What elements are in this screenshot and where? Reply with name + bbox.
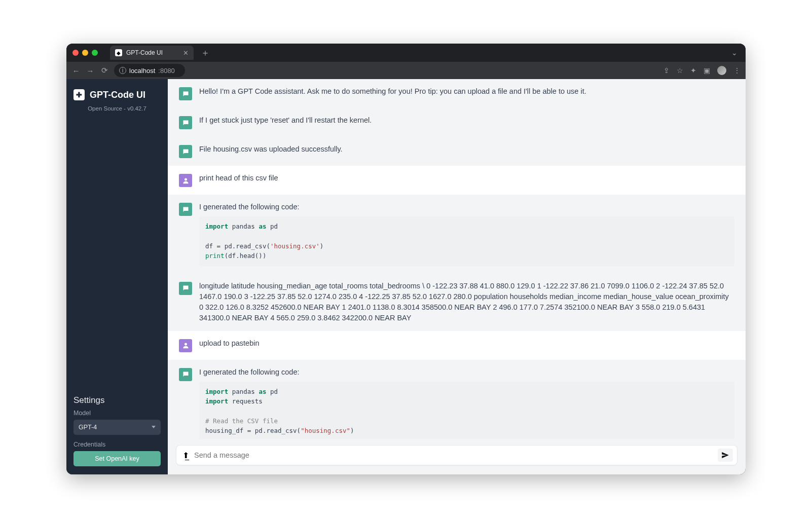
profile-avatar-icon[interactable] — [717, 66, 726, 75]
upload-icon[interactable]: ⬆̲ — [181, 451, 194, 460]
reload-button[interactable]: ⟳ — [100, 66, 109, 75]
close-window-icon[interactable] — [72, 50, 79, 56]
message-bot: I generated the following code: import p… — [168, 195, 746, 274]
browser-tab[interactable]: ◆ GPT-Code UI ✕ — [110, 46, 194, 60]
settings-heading: Settings — [73, 395, 161, 405]
message-text: I generated the following code: — [199, 367, 734, 378]
credentials-label: Credentials — [73, 441, 161, 448]
toolbar-right: ⇪ ☆ ✦ ▣ ⋮ — [663, 66, 741, 75]
brand-title: GPT-Code UI — [90, 90, 145, 100]
tabs-menu-icon[interactable]: ⌄ — [727, 49, 742, 57]
bot-avatar-icon — [179, 282, 192, 295]
url-host: localhost — [129, 67, 155, 75]
model-select[interactable]: GPT-4 — [73, 420, 161, 435]
message-text: If I get stuck just type 'reset' and I'l… — [199, 115, 734, 129]
back-button[interactable]: ← — [71, 66, 81, 75]
message-bot: If I get stuck just type 'reset' and I'l… — [168, 108, 746, 137]
maximize-window-icon[interactable] — [92, 50, 98, 56]
bot-avatar-icon — [179, 87, 192, 100]
message-bot: longitude latitude housing_median_age to… — [168, 274, 746, 331]
model-label: Model — [73, 410, 161, 417]
bot-avatar-icon — [179, 203, 192, 216]
forward-button[interactable]: → — [86, 66, 95, 75]
message-body: I generated the following code: import p… — [199, 367, 734, 439]
user-avatar-icon — [179, 339, 192, 352]
message-text: I generated the following code: — [199, 202, 734, 212]
message-input[interactable] — [194, 451, 715, 459]
message-user: upload to pastebin — [168, 331, 746, 360]
set-openai-key-button[interactable]: Set OpenAI key — [73, 451, 161, 466]
browser-window: ◆ GPT-Code UI ✕ ＋ ⌄ ← → ⟳ i localhost:80… — [66, 44, 746, 474]
extensions-icon[interactable]: ✦ — [690, 66, 696, 75]
minimize-window-icon[interactable] — [82, 50, 88, 56]
user-avatar-icon — [179, 174, 192, 187]
bot-avatar-icon — [179, 368, 192, 381]
kebab-menu-icon[interactable]: ⋮ — [733, 66, 741, 75]
composer-box: ⬆̲ — [176, 445, 737, 465]
message-text: print head of this csv file — [199, 173, 734, 187]
message-text: longitude latitude housing_median_age to… — [199, 281, 734, 323]
address-bar: ← → ⟳ i localhost:8080 ⇪ ☆ ✦ ▣ ⋮ — [66, 62, 746, 79]
url-port: :8080 — [158, 67, 175, 75]
message-bot: I generated the following code: import p… — [168, 360, 746, 439]
message-text: File housing.csv was uploaded successful… — [199, 144, 734, 158]
message-bot: Hello! I'm a GPT Code assistant. Ask me … — [168, 79, 746, 108]
message-text: upload to pastebin — [199, 338, 734, 352]
bot-avatar-icon — [179, 116, 192, 129]
app-body: ✚ GPT-Code UI Open Source - v0.42.7 Sett… — [66, 79, 746, 474]
bookmark-icon[interactable]: ☆ — [677, 66, 683, 75]
sidebar: ✚ GPT-Code UI Open Source - v0.42.7 Sett… — [66, 79, 168, 474]
main-area: Hello! I'm a GPT Code assistant. Ask me … — [168, 79, 746, 474]
code-block: import pandas as pd df = pd.read_csv('ho… — [199, 216, 734, 266]
brand: ✚ GPT-Code UI — [73, 89, 161, 100]
brand-subtitle: Open Source - v0.42.7 — [73, 105, 161, 112]
logo-icon: ✚ — [73, 89, 85, 100]
url-input[interactable]: i localhost:8080 — [114, 64, 185, 77]
send-button[interactable] — [718, 449, 733, 462]
sidepanel-icon[interactable]: ▣ — [704, 66, 710, 75]
window-controls — [72, 50, 98, 56]
message-user: print head of this csv file — [168, 166, 746, 195]
share-icon[interactable]: ⇪ — [663, 66, 670, 75]
tab-title: GPT-Code UI — [126, 49, 163, 56]
code-block: import pandas as pd import requests # Re… — [199, 382, 734, 439]
message-bot: File housing.csv was uploaded successful… — [168, 137, 746, 166]
bot-avatar-icon — [179, 145, 192, 158]
close-tab-icon[interactable]: ✕ — [183, 49, 189, 57]
message-text: Hello! I'm a GPT Code assistant. Ask me … — [199, 86, 734, 100]
new-tab-button[interactable]: ＋ — [198, 47, 213, 59]
site-info-icon[interactable]: i — [119, 67, 126, 74]
chat-scroll[interactable]: Hello! I'm a GPT Code assistant. Ask me … — [168, 79, 746, 439]
composer: ⬆̲ — [168, 439, 746, 474]
tab-favicon: ◆ — [115, 49, 122, 56]
tab-strip: ◆ GPT-Code UI ✕ ＋ ⌄ — [66, 44, 746, 62]
message-body: I generated the following code: import p… — [199, 202, 734, 266]
